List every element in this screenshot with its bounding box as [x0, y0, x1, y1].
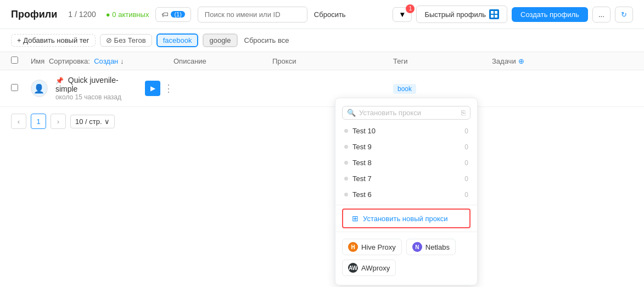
new-proxy-icon: ⊞ [352, 214, 359, 223]
proxy-name: Test 6 [352, 190, 460, 199]
proxy-item-test10[interactable]: Test 10 0 [335, 123, 477, 139]
play-icon: ▶ [150, 85, 155, 92]
col-tags: Теги [393, 57, 492, 65]
proxy-dot [344, 161, 348, 165]
tags-bar: + Добавить новый тег ⊘ Без Тегов faceboo… [0, 29, 644, 52]
proxy-count: 0 [464, 159, 468, 167]
add-tag-button[interactable]: + Добавить новый тег [11, 34, 96, 47]
search-input[interactable] [198, 7, 307, 22]
tag-filter-button[interactable]: 🏷 (1) [155, 7, 191, 22]
filter-badge: 1 [406, 4, 415, 13]
table-row: 👤 📌 Quick juvenile-simple около 15 часов… [0, 70, 644, 107]
proxy-search-box: 🔍 Установить прокси ⎘ [335, 103, 477, 123]
proxy-count: 0 [464, 143, 468, 151]
col-proxy: Прокси [272, 57, 393, 65]
row-actions: ▶ ⋮ [145, 81, 173, 96]
proxy-search-icon: 🔍 [347, 109, 356, 117]
windows-icon [489, 9, 499, 19]
col-tasks: Задачи ⊕ [492, 57, 633, 65]
avatar: 👤 [31, 80, 48, 97]
sort-field[interactable]: Создан [94, 57, 118, 65]
pin-icon: 📌 [55, 77, 64, 85]
proxy-item-test6[interactable]: Test 6 0 [335, 187, 477, 202]
new-proxy-label: Установить новый прокси [363, 215, 447, 223]
play-button[interactable]: ▶ [145, 81, 160, 96]
awproxy-icon: AW [348, 263, 358, 273]
refresh-button[interactable]: ↻ [615, 7, 633, 22]
profile-count: 1 / 1200 [68, 10, 96, 19]
proxy-item-test7[interactable]: Test 7 0 [335, 171, 477, 187]
proxy-providers: H Hive Proxy N Netlabs AW AWproxy [335, 234, 477, 280]
tag-facebook[interactable]: facebook [156, 33, 199, 47]
proxy-item-test8[interactable]: Test 8 0 [335, 155, 477, 171]
proxy-divider [335, 205, 477, 205]
col-desc: Описание [173, 57, 272, 65]
hive-proxy-icon: H [348, 242, 358, 252]
reset-all-button[interactable]: Сбросить все [244, 36, 289, 44]
refresh-icon: ↻ [621, 10, 627, 19]
tag-filter-count: (1) [171, 11, 184, 18]
table-header: Имя Сортировка: Создан ↓ Описание Прокси… [0, 52, 644, 70]
profile-time: около 15 часов назад [55, 93, 137, 101]
quick-profile-button[interactable]: Быстрый профиль [416, 5, 507, 23]
proxy-copy-icon[interactable]: ⎘ [461, 109, 466, 117]
filter-button[interactable]: ▼ 1 [393, 7, 412, 22]
select-all-checkbox[interactable] [11, 57, 31, 65]
proxy-dot [344, 145, 348, 149]
create-profile-label: Создать профиль [520, 10, 579, 19]
header-right: ▼ 1 Быстрый профиль Создать профиль ... … [393, 5, 633, 23]
page-size-arrow: ∨ [104, 117, 110, 126]
no-tags-button[interactable]: ⊘ Без Тегов [100, 34, 152, 47]
proxy-dot [344, 177, 348, 181]
proxy-divider-2 [335, 232, 477, 232]
proxy-count: 0 [464, 191, 468, 199]
reset-button[interactable]: Сбросить [314, 10, 346, 19]
more-button[interactable]: ... [592, 7, 611, 22]
tag-badge: book [393, 84, 416, 94]
netlabs-label: Netlabs [425, 243, 450, 251]
app-container: Профили 1 / 1200 ● 0 активных 🏷 (1) Сбро… [0, 0, 644, 287]
svg-rect-0 [491, 11, 494, 14]
proxy-item-test9[interactable]: Test 9 0 [335, 139, 477, 155]
next-page-button[interactable]: › [51, 114, 66, 129]
proxy-dot [344, 129, 348, 133]
create-profile-button[interactable]: Создать профиль [512, 7, 588, 22]
awproxy-label: AWproxy [361, 264, 390, 272]
page-size-label: 10 / стр. [75, 117, 102, 126]
profile-name: Quick juvenile-simple [55, 76, 119, 93]
svg-rect-2 [491, 15, 494, 18]
active-badge: ● 0 активных [106, 10, 149, 19]
add-column-button[interactable]: ⊕ [518, 57, 524, 65]
netlabs-button[interactable]: N Netlabs [406, 239, 456, 255]
prev-page-button[interactable]: ‹ [11, 114, 26, 129]
row-more-button[interactable]: ⋮ [164, 82, 173, 94]
proxy-name: Test 7 [352, 175, 460, 183]
header: Профили 1 / 1200 ● 0 активных 🏷 (1) Сбро… [0, 0, 644, 29]
awproxy-button[interactable]: AW AWproxy [342, 260, 396, 276]
filter-icon: ▼ [399, 10, 406, 19]
col-name: Имя Сортировка: Создан ↓ [31, 57, 173, 65]
profile-info: 📌 Quick juvenile-simple около 15 часов н… [55, 76, 137, 101]
proxy-search-placeholder: Установить прокси [359, 109, 458, 117]
proxy-dot [344, 193, 348, 196]
no-tags-icon: ⊘ [106, 36, 112, 44]
row-checkbox[interactable] [11, 84, 31, 93]
hive-proxy-label: Hive Proxy [361, 243, 396, 251]
current-page[interactable]: 1 [31, 114, 46, 129]
proxy-count: 0 [464, 175, 468, 183]
svg-rect-3 [495, 15, 497, 18]
netlabs-icon: N [412, 242, 422, 252]
hive-proxy-button[interactable]: H Hive Proxy [342, 239, 402, 255]
tag-google[interactable]: google [203, 33, 237, 47]
proxy-name: Test 10 [352, 127, 460, 135]
page-title: Профили [11, 9, 57, 20]
set-new-proxy-button[interactable]: ⊞ Установить новый прокси [342, 209, 471, 228]
proxy-name: Test 9 [352, 143, 460, 151]
no-tags-label: Без Тегов [114, 36, 146, 44]
pagination: ‹ 1 › 10 / стр. ∨ [0, 107, 644, 136]
proxy-name: Test 8 [352, 159, 460, 167]
page-size-select[interactable]: 10 / стр. ∨ [70, 115, 115, 128]
row-name-col: 👤 📌 Quick juvenile-simple около 15 часов… [31, 76, 173, 101]
row-tags: book [393, 85, 492, 93]
proxy-dropdown: 🔍 Установить прокси ⎘ Test 10 0 Test 9 0 [335, 98, 478, 285]
